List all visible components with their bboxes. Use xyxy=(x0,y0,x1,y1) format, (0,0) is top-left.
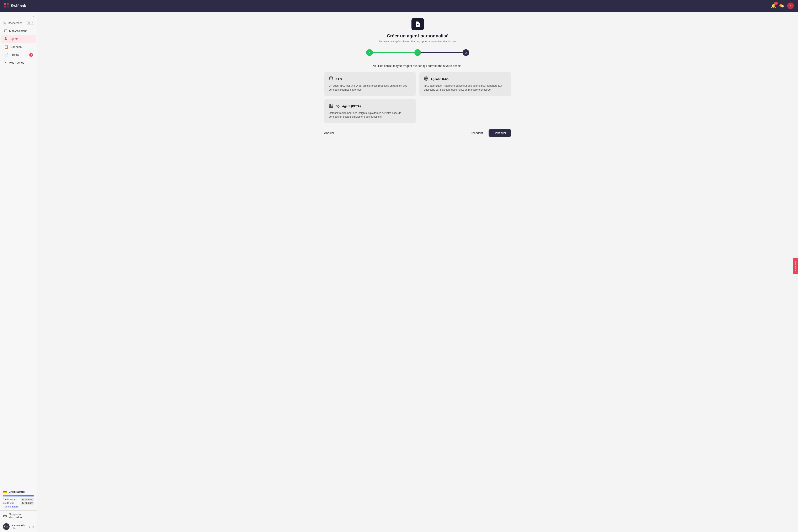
page-icon-wrapper xyxy=(412,18,424,30)
step-2-3-line xyxy=(421,52,462,53)
sidebar-item-label: Mon Assistant xyxy=(9,29,26,33)
topbar-actions: 🔔 83 🌤️ K xyxy=(771,2,794,9)
rag-icon xyxy=(329,76,333,82)
feedback-label: Feedback xyxy=(794,261,797,271)
credit-details-label: Plus de details → xyxy=(3,506,22,508)
new-document-icon xyxy=(415,21,421,27)
credit-progress-bar-fill xyxy=(3,495,34,496)
user-avatar-button[interactable]: K xyxy=(787,2,794,9)
sidebar-item-label: Projets xyxy=(11,53,19,56)
svg-point-4 xyxy=(5,37,6,38)
page-header: Créer un agent personnalisé Un assistant… xyxy=(46,18,790,43)
sidebar-item-projets[interactable]: 📄 Projets 2 xyxy=(1,51,36,59)
agent-card-title: Agentic RAG xyxy=(431,77,449,81)
credit-total-row: Crédit total : 14 000 000 xyxy=(3,502,34,505)
notifications-button[interactable]: 🔔 83 xyxy=(771,3,776,8)
sidebar-toggle-area: « xyxy=(0,13,37,20)
agent-card-title: RAG xyxy=(336,77,342,81)
sidebar: « 🔍 Rechercher ⌘+K ☐ Mon Assistant Agent… xyxy=(0,12,37,532)
agent-card-desc: RAG agentique : Approche basée sur des a… xyxy=(424,84,507,92)
sidebar-item-donnees[interactable]: 📋 Données xyxy=(1,43,36,51)
user-dropdown-button[interactable]: ∨ xyxy=(28,525,30,528)
page-title: Créer un agent personnalisé xyxy=(387,33,449,39)
credit-details-link[interactable]: Plus de details → xyxy=(3,506,34,508)
page-subtitle: Un assistant spécialisé en IA conçu pour… xyxy=(379,40,456,43)
support-label: Support et discussion xyxy=(9,513,34,519)
weather-button[interactable]: 🌤️ xyxy=(779,3,784,8)
monitor-icon: ☐ xyxy=(4,29,7,33)
discord-icon: 🎮 xyxy=(3,514,7,518)
credit-title: 💳 Crédit actuel xyxy=(3,490,34,494)
user-actions: ∨ ⚙ xyxy=(28,525,34,528)
user-settings-button[interactable]: ⚙ xyxy=(32,525,34,528)
agent-card-desc: Un agent RAG est une IA qui améliore ses… xyxy=(329,84,412,92)
main-content: Créer un agent personnalisé Un assistant… xyxy=(37,12,798,532)
notification-badge: 83 xyxy=(774,2,778,4)
agent-card-sql[interactable]: SQL Agent (BETA) Obtenez rapidement des … xyxy=(324,99,416,123)
svg-rect-9 xyxy=(329,104,333,108)
agent-card-agentic-rag[interactable]: Agentic RAG RAG agentique : Approche bas… xyxy=(419,72,511,96)
credit-remaining-value: 13 940 540 xyxy=(21,498,34,501)
agent-card-header: RAG xyxy=(329,76,412,82)
svg-rect-1 xyxy=(7,3,9,5)
logo-icon xyxy=(4,3,9,9)
main-layout: « 🔍 Rechercher ⌘+K ☐ Mon Assistant Agent… xyxy=(0,12,798,532)
credit-remaining-row: Crédit restant : 13 940 540 xyxy=(3,498,34,501)
step-3-circle: 3 xyxy=(462,49,469,56)
topbar: Swiftask 🔔 83 🌤️ K xyxy=(0,0,798,12)
cancel-button[interactable]: Annuler xyxy=(324,130,334,136)
svg-point-7 xyxy=(329,77,333,78)
sidebar-item-mes-taches[interactable]: ✓ Mes Tâches xyxy=(1,59,36,66)
sidebar-collapse-button[interactable]: « xyxy=(33,15,35,18)
credit-card-icon: 💳 xyxy=(3,490,7,494)
user-plan: Ultra xyxy=(12,527,26,529)
agent-card-desc: Obtenez rapidement des insights exploita… xyxy=(329,111,412,119)
section-prompt: Veuillez choisir le type d'agent avancé … xyxy=(324,64,511,68)
step-1-circle: ✓ xyxy=(366,49,373,56)
search-icon: 🔍 xyxy=(3,21,6,24)
sidebar-item-label: Agents xyxy=(10,37,18,40)
credit-total-label: Crédit total : xyxy=(3,502,15,505)
sidebar-nav: ☐ Mon Assistant Agents 📋 Données 📄 Proj xyxy=(0,26,37,487)
agent-cards-grid: RAG Un agent RAG est une IA qui améliore… xyxy=(324,72,511,96)
continue-button[interactable]: Continuer xyxy=(489,129,511,137)
app-name: Swiftask xyxy=(11,4,26,8)
agent-card-header: Agentic RAG xyxy=(424,76,507,82)
credit-remaining-label: Crédit restant : xyxy=(3,498,18,501)
footer-actions: Annuler Précédent Continuer xyxy=(324,129,511,137)
svg-rect-2 xyxy=(4,6,6,7)
search-shortcut: ⌘+K xyxy=(27,21,34,25)
feedback-tab[interactable]: Feedback xyxy=(793,258,798,274)
user-name: Karen's Wo xyxy=(12,524,26,527)
agent-card-title: SQL Agent (BETA) xyxy=(336,104,361,108)
sidebar-item-agents[interactable]: Agents xyxy=(1,35,36,43)
sidebar-support-item[interactable]: 🎮 Support et discussion xyxy=(0,510,37,521)
step-2-circle: ✓ xyxy=(414,49,421,56)
avatar: KW xyxy=(3,523,10,530)
tasks-icon: ✓ xyxy=(4,61,7,64)
sql-agent-icon xyxy=(329,103,333,109)
sidebar-search-item[interactable]: 🔍 Rechercher ⌘+K xyxy=(0,20,37,26)
agents-icon xyxy=(4,37,7,41)
projects-badge: 2 xyxy=(29,53,33,57)
user-info: Karen's Wo Ultra xyxy=(12,524,26,529)
content-section: Veuillez choisir le type d'agent avancé … xyxy=(324,64,511,123)
projects-icon: 📄 xyxy=(4,53,8,57)
agentic-rag-icon xyxy=(424,76,429,82)
svg-rect-0 xyxy=(4,3,6,5)
data-icon: 📋 xyxy=(4,45,8,49)
previous-button[interactable]: Précédent xyxy=(466,130,486,136)
svg-rect-3 xyxy=(7,6,9,7)
sidebar-item-mon-assistant[interactable]: ☐ Mon Assistant xyxy=(1,27,36,35)
stepper: ✓ ✓ 3 xyxy=(46,49,790,56)
app-logo: Swiftask xyxy=(4,3,26,9)
sidebar-item-label: Mes Tâches xyxy=(9,61,24,64)
step-1-2-line xyxy=(373,52,414,53)
agent-card-rag[interactable]: RAG Un agent RAG est une IA qui améliore… xyxy=(324,72,416,96)
credit-section: 💳 Crédit actuel Crédit restant : 13 940 … xyxy=(0,487,37,510)
credit-total-value: 14 000 000 xyxy=(21,502,34,505)
sidebar-user[interactable]: KW Karen's Wo Ultra ∨ ⚙ xyxy=(0,521,37,532)
navigation-buttons: Précédent Continuer xyxy=(466,129,511,137)
agent-card-header: SQL Agent (BETA) xyxy=(329,103,412,109)
search-label: Rechercher xyxy=(8,21,22,24)
